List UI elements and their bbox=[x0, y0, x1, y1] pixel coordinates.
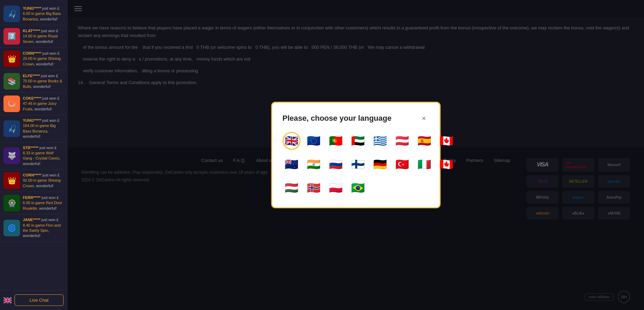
game-thumbnail: 📚 bbox=[3, 73, 20, 90]
game-link[interactable]: 6.00 in game Big Bass Bonanza bbox=[23, 11, 61, 21]
game-thumbnail: 🎣 bbox=[3, 120, 20, 137]
sidebar-items-list: 🎣 YUNG***** just won £ 6.00 in game Big … bbox=[0, 0, 67, 290]
game-link[interactable]: 70.00 in game Books & Bulls bbox=[23, 79, 62, 88]
language-option-ae[interactable]: 🇦🇪 bbox=[349, 132, 367, 150]
sidebar-item-text: CORN***** just won £ 92.00 in game Shini… bbox=[23, 173, 64, 189]
flags-grid: 🇬🇧🇪🇺🇵🇹🇦🇪🇬🇷🇦🇹🇪🇸🇨🇦🇳🇿🇮🇳🇷🇺🇫🇮🇩🇪🇹🇷🇮🇹🇨🇦🇭🇺🇳🇴🇵🇱🇧🇷 bbox=[283, 132, 429, 197]
sidebar-item: 7️⃣ KLAT***** just won £ 14.00 in game R… bbox=[0, 25, 67, 48]
sidebar-item: 🎡 FERR***** just won £ 6.00 in game Red … bbox=[0, 192, 67, 215]
sidebar-item-text: YUNG***** just won £ 164.00 in game Big … bbox=[23, 118, 64, 139]
language-option-tr[interactable]: 🇹🇷 bbox=[393, 155, 411, 173]
game-thumbnail: 🎣 bbox=[3, 6, 20, 22]
sidebar-item: 📚 ELFE***** just won £ 70.00 in game Boo… bbox=[0, 70, 67, 93]
language-option-br[interactable]: 🇧🇷 bbox=[349, 179, 367, 197]
game-thumbnail: 🍉 bbox=[3, 95, 20, 112]
language-option-in[interactable]: 🇮🇳 bbox=[305, 155, 323, 173]
language-option-en[interactable]: 🇬🇧 bbox=[283, 132, 301, 150]
sidebar-item-text: ELFE***** just won £ 70.00 in game Books… bbox=[23, 73, 64, 89]
language-option-it[interactable]: 🇮🇹 bbox=[415, 155, 433, 173]
sidebar-item: 👑 CORN***** just won £ 92.00 in game Shi… bbox=[0, 170, 67, 192]
game-link[interactable]: 164.00 in game Big Bass Bonanza bbox=[23, 124, 56, 133]
language-option-at[interactable]: 🇦🇹 bbox=[393, 132, 411, 150]
main-content: Where we have reasons to believe that pl… bbox=[67, 0, 644, 310]
sidebar-item-text: FERR***** just won £ 6.00 in game Red Do… bbox=[23, 195, 64, 211]
sidebar-item-text: STIF***** just won £ 8.33 in game Wolf G… bbox=[23, 145, 64, 167]
game-link[interactable]: 92.00 in game Shining Crown bbox=[23, 178, 61, 188]
game-link[interactable]: 8.33 in game Wolf Gang - Crystal Caves bbox=[23, 151, 59, 160]
sidebar-item-text: KLAT***** just won £ 14.00 in game Royal… bbox=[23, 28, 64, 44]
sidebar-item-text: YUNG***** just won £ 6.00 in game Big Ba… bbox=[23, 6, 64, 22]
sidebar-item: 🎣 YUNG***** just won £ 164.00 in game Bi… bbox=[0, 115, 67, 143]
game-link[interactable]: 47.46 in game Juicy Fruits bbox=[23, 101, 57, 111]
sidebar-footer: Live Chat bbox=[0, 290, 67, 310]
modal-header: Please, choose your language × bbox=[283, 113, 429, 124]
live-chat-button[interactable]: Live Chat bbox=[15, 294, 64, 306]
language-option-ru[interactable]: 🇷🇺 bbox=[327, 155, 345, 173]
language-option-pt[interactable]: 🇵🇹 bbox=[327, 132, 345, 150]
game-thumbnail: 🌀 bbox=[3, 220, 20, 236]
sidebar-item: 👑 CORN***** just won £ 20.00 in game Shi… bbox=[0, 48, 67, 70]
game-thumbnail: 🐺 bbox=[3, 147, 20, 164]
language-option-pl[interactable]: 🇵🇱 bbox=[327, 179, 345, 197]
modal-close-button[interactable]: × bbox=[419, 113, 429, 124]
sidebar-item-text: COKE***** just won £ 47.46 in game Juicy… bbox=[23, 96, 64, 112]
sidebar-item-text: CORN***** just won £ 20.00 in game Shini… bbox=[23, 51, 64, 67]
game-thumbnail: 👑 bbox=[3, 172, 20, 189]
game-link[interactable]: 8.40 in game Finn and the Swirly Spin bbox=[23, 223, 61, 232]
sidebar-item: 🎣 YUNG***** just won £ 6.00 in game Big … bbox=[0, 3, 67, 25]
language-option-eu[interactable]: 🇪🇺 bbox=[305, 132, 323, 150]
language-option-gr[interactable]: 🇬🇷 bbox=[371, 132, 389, 150]
language-option-no[interactable]: 🇳🇴 bbox=[305, 179, 323, 197]
sidebar-item-text: JANE***** just won £ 8.40 in game Finn a… bbox=[23, 217, 64, 239]
language-option-fi[interactable]: 🇫🇮 bbox=[349, 155, 367, 173]
language-flag[interactable] bbox=[3, 297, 12, 303]
game-link[interactable]: 6.00 in game Red Door Roulette bbox=[23, 201, 62, 210]
language-option-hu[interactable]: 🇭🇺 bbox=[283, 179, 301, 197]
language-option-ca2[interactable]: 🇨🇦 bbox=[438, 155, 456, 173]
game-link[interactable]: 14.00 in game Royal Seven bbox=[23, 34, 58, 43]
game-thumbnail: 7️⃣ bbox=[3, 28, 20, 45]
sidebar-item: 🌀 JANE***** just won £ 8.40 in game Finn… bbox=[0, 215, 67, 242]
language-option-ca[interactable]: 🇨🇦 bbox=[438, 132, 456, 150]
language-option-de[interactable]: 🇩🇪 bbox=[371, 155, 389, 173]
sidebar-item: 🍉 COKE***** just won £ 47.46 in game Jui… bbox=[0, 93, 67, 115]
sidebar: 🎣 YUNG***** just won £ 6.00 in game Big … bbox=[0, 0, 67, 310]
language-option-nz[interactable]: 🇳🇿 bbox=[283, 155, 301, 173]
language-option-es[interactable]: 🇪🇸 bbox=[415, 132, 433, 150]
sidebar-item: 🐺 STIF***** just won £ 8.33 in game Wolf… bbox=[0, 143, 67, 170]
language-modal: Please, choose your language × 🇬🇧🇪🇺🇵🇹🇦🇪🇬… bbox=[271, 102, 441, 208]
game-link[interactable]: 20.00 in game Shining Crown bbox=[23, 56, 61, 66]
game-thumbnail: 👑 bbox=[3, 51, 20, 67]
game-thumbnail: 🎡 bbox=[3, 195, 20, 211]
modal-title: Please, choose your language bbox=[283, 114, 392, 123]
